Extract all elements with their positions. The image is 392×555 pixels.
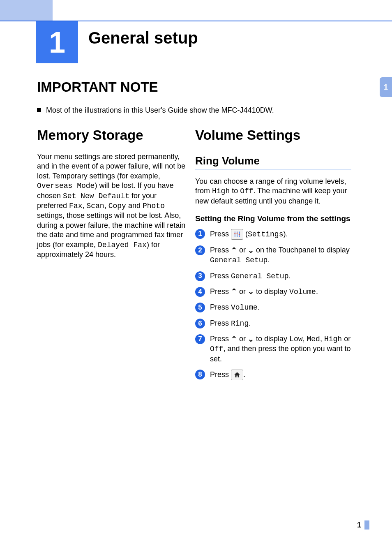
svg-point-2: [239, 234, 240, 235]
step-7-text: Press ⌃ or ⌄ to display Low, Med, High o…: [210, 334, 351, 364]
step-8: 8 Press .: [195, 370, 351, 380]
step-number-2: 2: [195, 245, 205, 255]
right-column: Volume Settings Ring Volume You can choo…: [195, 127, 351, 386]
step-4: 4 Press ⌃ or ⌄ to display Volume.: [195, 287, 351, 297]
step-number-7: 7: [195, 334, 205, 344]
volume-settings-heading: Volume Settings: [195, 127, 351, 143]
step-6-text: Press Ring.: [210, 319, 351, 328]
chapter-number-box: 1: [36, 21, 78, 63]
step-list: 1 Press (Settings). 2 Press ⌃ or ⌄ on th…: [195, 229, 351, 380]
svg-point-1: [237, 233, 238, 234]
settings-key-icon: [231, 229, 243, 240]
chevron-down-icon: ⌄: [248, 335, 254, 344]
step-1-text: Press (Settings).: [210, 229, 351, 240]
step-2-text: Press ⌃ or ⌄ on the Touchpanel to displa…: [210, 245, 351, 265]
step-8-text: Press .: [210, 370, 351, 380]
svg-point-0: [234, 233, 235, 234]
chapter-number: 1: [49, 25, 65, 59]
step-5: 5 Press Volume.: [195, 303, 351, 312]
step-7: 7 Press ⌃ or ⌄ to display Low, Med, High…: [195, 334, 351, 364]
chevron-down-icon: ⌄: [248, 287, 254, 296]
chapter-title: General setup: [88, 29, 198, 47]
step-5-text: Press Volume.: [210, 303, 351, 312]
step-3: 3 Press General Setup.: [195, 271, 351, 281]
side-tab: 1: [380, 77, 392, 97]
square-bullet-icon: [37, 108, 41, 112]
chevron-up-icon: ⌃: [231, 335, 237, 344]
page-number: 1: [357, 521, 361, 530]
memory-storage-paragraph: Your menu settings are stored permanentl…: [37, 152, 187, 259]
step-number-8: 8: [195, 370, 205, 379]
step-1: 1 Press (Settings).: [195, 229, 351, 240]
important-note-heading: IMPORTANT NOTE: [37, 79, 158, 95]
page-number-marker: [364, 520, 369, 530]
step-2: 2 Press ⌃ or ⌄ on the Touchpanel to disp…: [195, 245, 351, 265]
ring-volume-paragraph: You can choose a range of ring volume le…: [195, 177, 351, 206]
home-key-icon: [231, 370, 243, 380]
step-number-1: 1: [195, 229, 205, 239]
important-note-text: Most of the illustrations in this User's…: [46, 106, 274, 115]
ring-volume-heading: Ring Volume: [195, 155, 351, 169]
side-tab-number: 1: [384, 83, 388, 92]
important-note-line: Most of the illustrations in this User's…: [37, 106, 274, 115]
chevron-down-icon: ⌄: [248, 246, 254, 255]
memory-storage-heading: Memory Storage: [37, 127, 187, 143]
chevron-up-icon: ⌃: [231, 246, 237, 255]
step-number-3: 3: [195, 271, 205, 281]
step-6: 6 Press Ring.: [195, 319, 351, 328]
step-number-4: 4: [195, 287, 205, 297]
step-4-text: Press ⌃ or ⌄ to display Volume.: [210, 287, 351, 297]
step-number-6: 6: [195, 319, 205, 328]
setting-ring-volume-subhead: Setting the Ring Volume from the setting…: [195, 214, 351, 223]
header-color-block: [0, 0, 53, 21]
step-number-5: 5: [195, 303, 205, 312]
step-3-text: Press General Setup.: [210, 271, 351, 281]
left-column: Memory Storage Your menu settings are st…: [37, 127, 187, 259]
chevron-up-icon: ⌃: [231, 287, 237, 296]
